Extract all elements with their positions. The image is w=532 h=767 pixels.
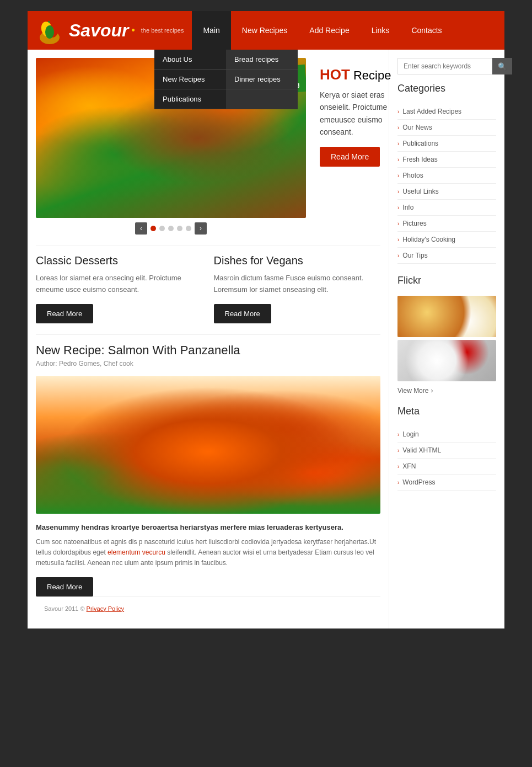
- meta-arrow-2: ›: [397, 448, 399, 454]
- meta-arrow-1: ›: [397, 432, 399, 438]
- footer: Savour 2011 © Privacy Policy: [36, 596, 380, 620]
- slider-dot-1[interactable]: [151, 226, 156, 231]
- sauce-visual: [397, 340, 496, 381]
- category-fresh-ideas[interactable]: › Fresh Ideas: [397, 152, 496, 168]
- slider-dot-5[interactable]: [186, 226, 191, 231]
- article-summary: Masenummy hendras kroartye beroaertsa he…: [36, 522, 380, 533]
- nav-contacts[interactable]: Contacts: [400, 11, 453, 50]
- category-arrow-5: ›: [397, 173, 399, 179]
- categories-title: Categories: [397, 83, 496, 97]
- dropdown-dinner[interactable]: Dinner recipes: [226, 70, 298, 89]
- category-info[interactable]: › Info: [397, 200, 496, 216]
- nav-new-recipes[interactable]: New Recipes: [231, 11, 298, 50]
- logo-dot: •: [131, 25, 135, 36]
- dropdown-about-us[interactable]: About Us: [154, 50, 226, 70]
- dropdown-col-1: About Us New Recipes Publications: [154, 50, 226, 109]
- category-arrow-7: ›: [397, 205, 399, 211]
- category-arrow-3: ›: [397, 141, 399, 147]
- logo-tagline: the best recipes: [141, 27, 184, 34]
- article-image: [36, 376, 380, 514]
- category-arrow-6: ›: [397, 189, 399, 195]
- salmon-food-visual: [36, 376, 380, 514]
- waffle-visual: [397, 296, 496, 337]
- svg-point-4: [45, 25, 54, 39]
- slider-dot-3[interactable]: [168, 226, 174, 231]
- flickr-section: Flickr View More ›: [397, 275, 496, 395]
- category-photos[interactable]: › Photos: [397, 168, 496, 184]
- footer-copyright: Savour 2011 ©: [44, 605, 85, 612]
- meta-wordpress[interactable]: › WordPress: [397, 475, 496, 491]
- flickr-image-1[interactable]: [397, 296, 496, 337]
- hero-read-more-button[interactable]: Read More: [320, 147, 380, 167]
- meta-arrow-3: ›: [397, 464, 399, 470]
- recipe-label: Recipe: [353, 68, 391, 83]
- category-holidays[interactable]: › Holiday's Cooking: [397, 232, 496, 248]
- card-2-title: Dishes for Vegans: [214, 254, 381, 267]
- meta-list: › Login › Valid XHTML › XFN ›: [397, 427, 496, 491]
- article-link[interactable]: elementum vecurcu: [108, 548, 165, 556]
- category-our-news[interactable]: › Our News: [397, 120, 496, 136]
- sidebar: 🔍 Categories › Last Added Recipes › Our …: [389, 50, 504, 628]
- divider-1: [36, 246, 380, 246]
- flickr-title: Flickr: [397, 275, 496, 289]
- article-salmon: New Recipe: Salmon With Panzanella Autho…: [36, 343, 380, 596]
- dropdown-new-recipes[interactable]: New Recipes: [154, 70, 226, 89]
- meta-login[interactable]: › Login: [397, 427, 496, 443]
- slider-nav: ‹ ›: [36, 222, 306, 235]
- category-our-tips[interactable]: › Our Tips: [397, 248, 496, 264]
- dropdown-menu: About Us New Recipes Publications Bread …: [154, 50, 298, 109]
- sidebar-search: 🔍: [397, 58, 496, 74]
- hot-recipe-title: HOT Recipe: [320, 66, 391, 83]
- hot-recipe-panel: HOT Recipe Kerya or siaet eras onseielit…: [314, 58, 396, 235]
- card-1-title: Classic Desserts: [36, 254, 203, 267]
- flickr-image-2[interactable]: [397, 340, 496, 381]
- card-2-read-more[interactable]: Read More: [214, 304, 271, 323]
- category-pictures[interactable]: › Pictures: [397, 216, 496, 232]
- search-input[interactable]: [397, 58, 492, 74]
- content-wrapper: gy kcal/100g ‹ ›: [28, 50, 504, 628]
- meta-section: Meta › Login › Valid XHTML › XFN: [397, 406, 496, 491]
- hot-recipe-description: Kerya or siaet eras onseielit. Proictume…: [320, 89, 391, 139]
- meta-valid-xhtml[interactable]: › Valid XHTML: [397, 443, 496, 459]
- divider-2: [36, 334, 380, 335]
- nav-main[interactable]: Main: [192, 11, 230, 50]
- search-button[interactable]: 🔍: [492, 58, 512, 74]
- slider-dot-2[interactable]: [159, 226, 165, 231]
- card-2-desc: Masroin dictum fasme Fusce euismo consea…: [214, 273, 381, 296]
- logo-icon: [36, 15, 63, 46]
- category-list: › Last Added Recipes › Our News › Public…: [397, 104, 496, 264]
- card-1-read-more[interactable]: Read More: [36, 304, 93, 323]
- meta-title: Meta: [397, 406, 496, 420]
- category-last-added[interactable]: › Last Added Recipes: [397, 104, 496, 120]
- category-useful-links[interactable]: › Useful Links: [397, 184, 496, 200]
- slider-prev[interactable]: ‹: [135, 222, 147, 235]
- view-more-flickr[interactable]: View More ›: [397, 387, 496, 395]
- card-1-desc: Loreas lor siamet era onsecing elit. Pro…: [36, 273, 203, 296]
- category-arrow-9: ›: [397, 237, 399, 243]
- nav-links[interactable]: Links: [361, 11, 401, 50]
- site-logo: Savour: [69, 20, 128, 41]
- dropdown-publications[interactable]: Publications: [154, 89, 226, 109]
- slider-dot-4[interactable]: [177, 226, 182, 231]
- header: Savour • the best recipes Main New Recip…: [28, 11, 504, 50]
- card-classic-desserts: Classic Desserts Loreas lor siamet era o…: [36, 254, 203, 323]
- main-nav: Main New Recipes Add Recipe Links Contac…: [192, 11, 453, 50]
- footer-privacy-link[interactable]: Privacy Policy: [87, 605, 124, 612]
- hot-label: HOT: [320, 66, 350, 83]
- article-read-more[interactable]: Read More: [36, 577, 93, 596]
- category-publications[interactable]: › Publications: [397, 136, 496, 152]
- dropdown-bread[interactable]: Bread recipes: [226, 50, 298, 70]
- card-dishes-vegans: Dishes for Vegans Masroin dictum fasme F…: [214, 254, 381, 323]
- category-arrow-2: ›: [397, 125, 399, 131]
- category-arrow-10: ›: [397, 253, 399, 259]
- main-content: gy kcal/100g ‹ ›: [28, 50, 389, 628]
- slider-next[interactable]: ›: [195, 222, 207, 235]
- main-container: About Us New Recipes Publications Bread …: [28, 50, 504, 628]
- article-body: Cum soc natoenatibus et agnis dis p nasc…: [36, 537, 380, 569]
- article-title: New Recipe: Salmon With Panzanella: [36, 343, 380, 358]
- meta-xfn[interactable]: › XFN: [397, 459, 496, 475]
- category-arrow-4: ›: [397, 157, 399, 163]
- dropdown-col-2: Bread recipes Dinner recipes: [226, 50, 298, 109]
- nav-add-recipe[interactable]: Add Recipe: [298, 11, 360, 50]
- article-author: Author: Pedro Gomes, Chef cook: [36, 360, 380, 367]
